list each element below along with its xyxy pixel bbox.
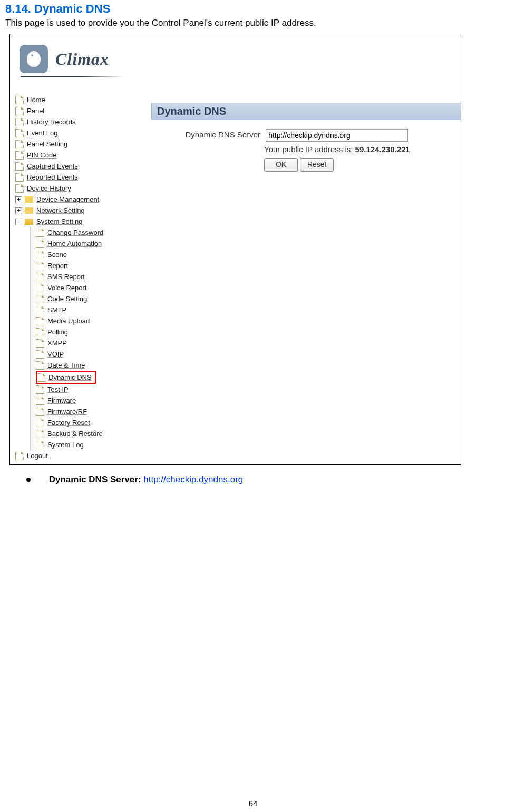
page-icon bbox=[36, 251, 44, 259]
nav-history-records[interactable]: History Records bbox=[15, 116, 103, 127]
nav-pin-code[interactable]: PIN Code bbox=[15, 150, 103, 161]
nav-firmware-rf[interactable]: Firmware/RF bbox=[36, 406, 103, 417]
nav-captured-events[interactable]: Captured Events bbox=[15, 161, 103, 172]
page-icon bbox=[37, 373, 45, 382]
nav-date-time[interactable]: Date & Time bbox=[36, 360, 103, 371]
collapse-icon[interactable]: - bbox=[15, 219, 22, 225]
nav-xmpp[interactable]: XMPP bbox=[36, 338, 103, 349]
page-icon bbox=[36, 397, 44, 405]
intro-text: This page is used to provide you the Con… bbox=[5, 18, 501, 28]
page-icon bbox=[15, 129, 24, 137]
page-icon bbox=[15, 140, 24, 148]
page-icon bbox=[15, 151, 24, 160]
page-icon bbox=[36, 295, 44, 303]
logo-underline bbox=[21, 76, 123, 77]
nav-event-log[interactable]: Event Log bbox=[15, 127, 103, 138]
page-icon bbox=[36, 328, 44, 336]
nav-change-password[interactable]: Change Password bbox=[36, 227, 103, 238]
page-icon bbox=[15, 107, 24, 115]
dns-server-input[interactable] bbox=[266, 129, 408, 142]
nav-network-setting[interactable]: +Network Setting bbox=[25, 205, 103, 216]
folder-open-icon bbox=[25, 219, 33, 225]
page-icon bbox=[15, 184, 24, 193]
bullet-item: Dynamic DNS Server: http://checkip.dyndn… bbox=[26, 474, 501, 485]
logo-area: Climax bbox=[20, 45, 109, 73]
page-icon bbox=[36, 240, 44, 248]
page-icon bbox=[15, 173, 24, 182]
nav-system-log[interactable]: System Log bbox=[36, 439, 103, 450]
nav-logout[interactable]: Logout bbox=[15, 450, 103, 461]
page-icon bbox=[36, 273, 44, 281]
nav-panel[interactable]: Panel bbox=[15, 105, 103, 116]
page-icon bbox=[36, 229, 44, 237]
bullet-icon bbox=[26, 478, 31, 482]
page-icon bbox=[36, 317, 44, 325]
logo-text: Climax bbox=[55, 49, 109, 69]
page-icon bbox=[15, 118, 24, 126]
page-icon bbox=[36, 350, 44, 359]
page-icon bbox=[15, 162, 24, 171]
ok-button[interactable]: OK bbox=[264, 158, 298, 172]
page-number: 64 bbox=[0, 799, 506, 808]
page-icon bbox=[36, 306, 44, 314]
page-icon bbox=[15, 452, 24, 460]
dyndns-link[interactable]: http://checkip.dyndns.org bbox=[143, 474, 243, 484]
section-heading: 8.14. Dynamic DNS bbox=[5, 2, 501, 16]
panel-title: Dynamic DNS bbox=[151, 103, 461, 120]
nav-polling[interactable]: Polling bbox=[36, 326, 103, 338]
page-icon bbox=[15, 96, 24, 104]
expand-icon[interactable]: + bbox=[15, 207, 22, 214]
nav-device-history[interactable]: Device History bbox=[15, 183, 103, 194]
page-icon bbox=[36, 441, 44, 449]
nav-reported-events[interactable]: Reported Events bbox=[15, 172, 103, 183]
page-icon bbox=[36, 408, 44, 416]
bullet-label: Dynamic DNS Server: bbox=[49, 474, 144, 484]
nav-firmware[interactable]: Firmware bbox=[36, 395, 103, 406]
page-icon bbox=[36, 262, 44, 270]
nav-panel-setting[interactable]: Panel Setting bbox=[15, 138, 103, 150]
nav-test-ip[interactable]: Test IP bbox=[36, 384, 103, 395]
page-icon bbox=[36, 430, 44, 438]
reset-button[interactable]: Reset bbox=[300, 158, 334, 172]
nav-voice-report[interactable]: Voice Report bbox=[36, 282, 103, 293]
expand-icon[interactable]: + bbox=[15, 196, 22, 203]
nav-factory-reset[interactable]: Factory Reset bbox=[36, 417, 103, 428]
ip-label: Your public IP address is: bbox=[264, 145, 355, 154]
nav-report[interactable]: Report bbox=[36, 260, 103, 271]
page-icon bbox=[36, 361, 44, 370]
form-area: Dynamic DNS Server Your public IP addres… bbox=[168, 129, 410, 172]
screenshot: Climax Home Panel History Records Event … bbox=[9, 34, 461, 465]
nav-system-setting[interactable]: -System Setting bbox=[25, 216, 103, 227]
page-icon bbox=[36, 284, 44, 292]
nav-media-upload[interactable]: Media Upload bbox=[36, 315, 103, 326]
nav-tree: Home Panel History Records Event Log Pan… bbox=[15, 94, 103, 461]
nav-backup-restore[interactable]: Backup & Restore bbox=[36, 428, 103, 439]
folder-icon bbox=[25, 196, 33, 203]
ip-value: 59.124.230.221 bbox=[355, 145, 410, 154]
page-icon bbox=[36, 339, 44, 348]
nav-dynamic-dns[interactable]: Dynamic DNS bbox=[36, 371, 96, 384]
nav-home[interactable]: Home bbox=[15, 94, 103, 105]
nav-code-setting[interactable]: Code Setting bbox=[36, 293, 103, 304]
nav-device-management[interactable]: +Device Management bbox=[25, 194, 103, 205]
ip-line: Your public IP address is: 59.124.230.22… bbox=[264, 145, 410, 154]
nav-home-automation[interactable]: Home Automation bbox=[36, 238, 103, 249]
server-label: Dynamic DNS Server bbox=[168, 130, 260, 139]
page-icon bbox=[36, 385, 44, 394]
folder-icon bbox=[25, 207, 33, 214]
nav-sms-report[interactable]: SMS Report bbox=[36, 271, 103, 282]
nav-voip[interactable]: VOIP bbox=[36, 349, 103, 360]
nav-scene[interactable]: Scene bbox=[36, 249, 103, 260]
nav-smtp[interactable]: SMTP bbox=[36, 304, 103, 315]
page-icon bbox=[36, 419, 44, 427]
climax-logo-icon bbox=[20, 45, 48, 73]
